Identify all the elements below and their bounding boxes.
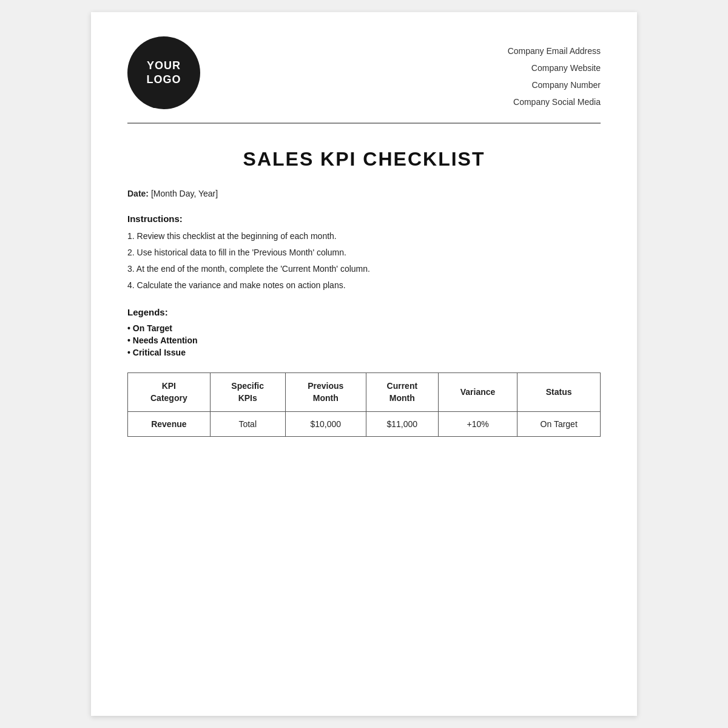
legends-section: Legends: On Target Needs Attention Criti… (127, 307, 601, 357)
header: YOUR LOGO Company Email Address Company … (127, 36, 601, 110)
table-header-row: KPICategory SpecificKPIs PreviousMonth C… (128, 373, 601, 412)
cell-kpi: Total (210, 412, 285, 437)
instructions-list: 1. Review this checklist at the beginnin… (127, 230, 601, 292)
logo: YOUR LOGO (127, 36, 200, 109)
kpi-table: KPICategory SpecificKPIs PreviousMonth C… (127, 372, 601, 437)
date-line: Date: [Month Day, Year] (127, 189, 601, 198)
legends-label: Legends: (127, 307, 601, 317)
legend-needs-attention: Needs Attention (127, 335, 601, 345)
header-divider (127, 123, 601, 124)
logo-line2: LOGO (147, 73, 181, 87)
company-info: Company Email Address Company Website Co… (508, 36, 601, 110)
company-number: Company Number (508, 76, 601, 93)
instruction-1: 1. Review this checklist at the beginnin… (127, 230, 601, 243)
legend-critical-issue: Critical Issue (127, 348, 601, 357)
col-header-variance: Variance (438, 373, 517, 412)
legends-list: On Target Needs Attention Critical Issue (127, 323, 601, 357)
instructions-label: Instructions: (127, 214, 601, 224)
col-header-status: Status (517, 373, 601, 412)
company-email: Company Email Address (508, 42, 601, 59)
col-header-current: CurrentMonth (366, 373, 438, 412)
legend-on-target: On Target (127, 323, 601, 333)
cell-previous: $10,000 (285, 412, 366, 437)
cell-status: On Target (517, 412, 601, 437)
page: YOUR LOGO Company Email Address Company … (91, 12, 637, 716)
col-header-category: KPICategory (128, 373, 211, 412)
cell-category: Revenue (128, 412, 211, 437)
page-title: SALES KPI CHECKLIST (127, 148, 601, 170)
table-row: Revenue Total $10,000 $11,000 +10% On Ta… (128, 412, 601, 437)
date-label: Date: (127, 189, 149, 198)
company-social: Company Social Media (508, 93, 601, 110)
cell-current: $11,000 (366, 412, 438, 437)
instruction-2: 2. Use historical data to fill in the 'P… (127, 246, 601, 259)
instruction-4: 4. Calculate the variance and make notes… (127, 279, 601, 292)
date-value: [Month Day, Year] (151, 189, 218, 198)
instruction-3: 3. At the end of the month, complete the… (127, 263, 601, 275)
col-header-previous: PreviousMonth (285, 373, 366, 412)
cell-variance: +10% (438, 412, 517, 437)
col-header-kpis: SpecificKPIs (210, 373, 285, 412)
company-website: Company Website (508, 59, 601, 76)
logo-line1: YOUR (147, 59, 181, 73)
